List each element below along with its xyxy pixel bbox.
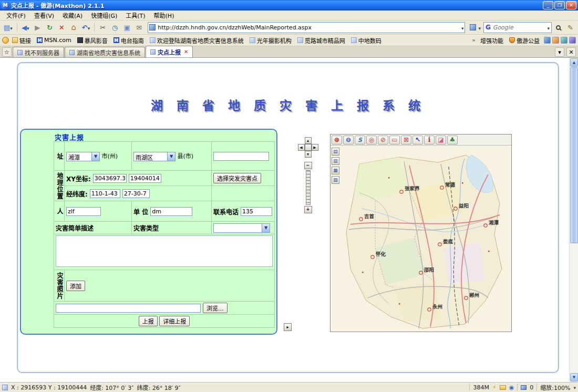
globe-icon[interactable] bbox=[509, 384, 514, 391]
bookmark-baofeng[interactable]: 暴风影音 bbox=[75, 35, 110, 46]
scroll-up-arrow[interactable]: ▲ bbox=[570, 58, 578, 67]
deselect-button[interactable] bbox=[401, 136, 411, 145]
description-textarea[interactable] bbox=[56, 235, 273, 267]
browse-button[interactable]: 浏览... bbox=[203, 303, 228, 313]
address-menu-button[interactable] bbox=[468, 22, 482, 33]
menu-help[interactable]: 帮助(H) bbox=[150, 10, 179, 20]
snap-button[interactable] bbox=[97, 22, 108, 33]
menu-favorites[interactable]: 收藏(A) bbox=[58, 10, 87, 20]
menu-tools[interactable]: 工具(T) bbox=[121, 10, 149, 20]
eraser-button[interactable] bbox=[436, 136, 446, 145]
mail-button[interactable] bbox=[133, 22, 145, 33]
lightning-icon[interactable] bbox=[492, 384, 497, 391]
bookmark-radio-guide[interactable]: M电台指南 bbox=[111, 35, 147, 46]
pan-left-button[interactable]: ◀ bbox=[298, 144, 305, 151]
zoom-out-button[interactable] bbox=[343, 136, 354, 145]
bookmark-msn[interactable]: MMSN.com bbox=[34, 36, 74, 45]
undo-button[interactable] bbox=[80, 22, 91, 33]
layer-tree-button[interactable] bbox=[447, 136, 458, 145]
favorites-panel-button[interactable]: ☆ bbox=[2, 47, 12, 57]
plugin-icon-3[interactable] bbox=[561, 37, 567, 44]
detailed-report-button[interactable]: 详细上报 bbox=[159, 316, 190, 326]
popup-blocker-icon[interactable] bbox=[521, 385, 527, 390]
zoom-dropdown-icon[interactable] bbox=[573, 384, 576, 391]
submit-report-button[interactable]: 上报 bbox=[139, 316, 158, 326]
close-button[interactable]: ✕ bbox=[566, 1, 576, 9]
add-photo-button[interactable]: 添加 bbox=[66, 281, 85, 291]
zoom-in-button[interactable] bbox=[332, 136, 342, 145]
search-input[interactable] bbox=[493, 24, 548, 31]
search-engine-icon[interactable]: G bbox=[486, 24, 491, 31]
bookmark-photo-studio[interactable]: 光年摄影机构 bbox=[247, 35, 294, 46]
minimize-button[interactable]: _ bbox=[543, 1, 553, 9]
tab-server-not-found[interactable]: 找不到服务器 bbox=[13, 47, 64, 57]
refresh-button[interactable] bbox=[44, 22, 55, 33]
tab-info-system[interactable]: 湖南省地质灾害信息系统 bbox=[65, 47, 145, 57]
map-canvas[interactable]: ▤ ▥ ▦ ▧ bbox=[331, 146, 511, 332]
plugin-icon-4[interactable] bbox=[569, 37, 576, 44]
zoom-out-slider-button[interactable]: − bbox=[304, 162, 312, 169]
maxthon-charity-button[interactable]: 傲游公益 bbox=[507, 35, 542, 46]
vertical-scrollbar[interactable]: ▲ ▼ bbox=[569, 58, 578, 382]
pan-right-button[interactable]: ▶ bbox=[312, 144, 318, 151]
search-go-button[interactable] bbox=[553, 22, 564, 33]
home-button[interactable] bbox=[68, 22, 79, 33]
print-button[interactable]: ▧ bbox=[332, 176, 339, 184]
address-input[interactable] bbox=[158, 24, 461, 31]
panel-button[interactable] bbox=[121, 22, 132, 33]
measure-button[interactable] bbox=[355, 136, 365, 145]
plugin-icon-2[interactable] bbox=[552, 37, 559, 44]
menu-groups[interactable]: 快捷组(G) bbox=[87, 10, 121, 20]
address-detail-input[interactable] bbox=[213, 152, 269, 161]
city-select[interactable]: 湘潭 bbox=[66, 152, 100, 161]
scroll-down-arrow[interactable]: ▼ bbox=[570, 373, 578, 381]
back-button[interactable] bbox=[20, 22, 31, 33]
full-extent-button[interactable] bbox=[366, 136, 377, 145]
chevron-down-icon[interactable] bbox=[91, 152, 99, 161]
menu-file[interactable]: 文件(F) bbox=[2, 10, 30, 20]
highlight-button[interactable] bbox=[565, 22, 576, 33]
timer-button[interactable] bbox=[109, 22, 120, 33]
tab-close-icon[interactable]: ✕ bbox=[183, 49, 188, 55]
pan-down-button[interactable]: ▼ bbox=[305, 151, 312, 158]
address-bar[interactable] bbox=[148, 22, 465, 33]
enhance-menu-button[interactable]: 增强功能 bbox=[478, 35, 506, 46]
address-dropdown-icon[interactable] bbox=[461, 24, 464, 31]
select-rect-button[interactable] bbox=[389, 136, 400, 145]
disaster-type-select[interactable] bbox=[213, 223, 270, 233]
tabbar-close-button[interactable]: ✕ bbox=[566, 47, 576, 57]
pick-disaster-point-button[interactable]: 选择突发灾害点 bbox=[213, 173, 261, 183]
tab-disaster-report[interactable]: 灾点上报✕ bbox=[146, 46, 193, 57]
x-coordinate-input[interactable] bbox=[93, 174, 127, 183]
tab-list-button[interactable]: ▾ bbox=[555, 47, 564, 57]
bookmark-links-folder[interactable]: 链接 bbox=[9, 35, 34, 46]
clear-button[interactable] bbox=[378, 136, 388, 145]
hunan-map-svg[interactable]: 张家界 常德 吉首 益阳 娄底 怀化 湘潭 邵阳 永州 郴州 bbox=[331, 146, 511, 332]
pointer-button[interactable] bbox=[412, 136, 423, 145]
pan-up-button[interactable]: ▲ bbox=[305, 137, 312, 144]
maxthon-smiley-icon[interactable] bbox=[2, 37, 9, 44]
reporter-input[interactable] bbox=[66, 207, 101, 216]
search-engine-dropdown-icon[interactable] bbox=[547, 24, 550, 31]
legend-button[interactable]: ▥ bbox=[332, 157, 339, 165]
identify-button[interactable] bbox=[424, 136, 435, 145]
folder-icon[interactable] bbox=[500, 385, 506, 390]
unit-input[interactable] bbox=[150, 207, 192, 216]
bookmark-hunan-geo-system[interactable]: 欢迎登陆湖南省地质灾害信息系统 bbox=[147, 35, 246, 46]
bookmarks-overflow-button[interactable]: » bbox=[470, 37, 477, 44]
pan-center-button[interactable] bbox=[305, 144, 312, 151]
zoom-in-slider-button[interactable]: + bbox=[304, 206, 312, 213]
y-coordinate-input[interactable] bbox=[129, 174, 161, 183]
menu-view[interactable]: 查看(V) bbox=[30, 10, 58, 20]
forward-button[interactable] bbox=[32, 22, 43, 33]
maximize-button[interactable]: ❐ bbox=[554, 1, 565, 9]
chevron-down-icon[interactable] bbox=[262, 224, 270, 232]
overview-map-button[interactable]: ▤ bbox=[332, 148, 339, 156]
collapse-panel-button[interactable]: ▸ bbox=[284, 323, 292, 331]
chevron-down-icon[interactable] bbox=[167, 152, 175, 161]
scrollbar-thumb[interactable] bbox=[570, 67, 578, 243]
county-select[interactable]: 雨湖区 bbox=[133, 152, 176, 161]
longitude-input[interactable] bbox=[90, 189, 120, 198]
plugin-icon-1[interactable] bbox=[544, 37, 551, 44]
layers-button[interactable]: ▦ bbox=[332, 167, 339, 174]
